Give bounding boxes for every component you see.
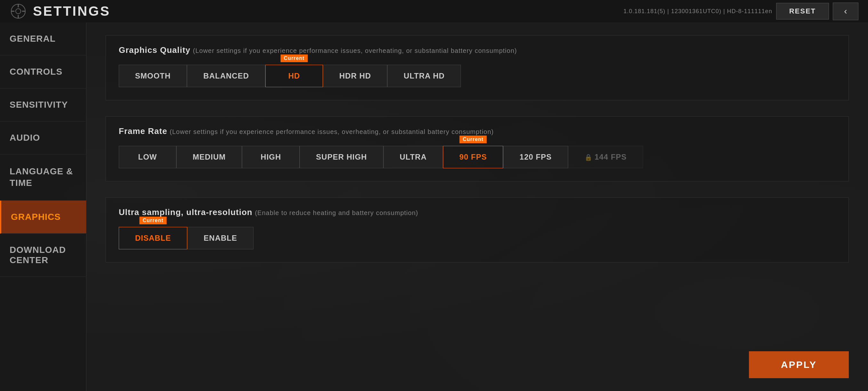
ultra-sampling-current-badge: Current [140,217,167,224]
option-wrapper-disable: Current Disable [119,227,187,249]
top-bar: Settings 1.0.181.181(5) | 123001361UTC0)… [0,0,868,22]
option-wrapper-ultra: Ultra [383,146,443,168]
reset-button[interactable]: Reset [776,3,829,20]
ultra-sampling-title: Ultra sampling, ultra-resolution (Enable… [119,207,836,217]
graphics-quality-ultra-hd[interactable]: Ultra HD [387,65,461,87]
frame-rate-ultra[interactable]: Ultra [383,146,443,168]
option-wrapper-smooth: Smooth [119,65,187,87]
graphics-quality-hdr-hd[interactable]: HDR HD [323,65,387,87]
frame-rate-options: Low Medium High Super High Ultra Current… [119,146,836,168]
sidebar-item-graphics[interactable]: Graphics [0,201,86,234]
ultra-sampling-section: Ultra sampling, ultra-resolution (Enable… [105,197,849,262]
option-wrapper-hdr-hd: HDR HD [323,65,387,87]
option-wrapper-enable: Enable [187,227,253,249]
option-wrapper-hd: Current HD [265,65,323,87]
frame-rate-144fps[interactable]: 🔒144 FPS [568,146,643,168]
frame-rate-current-badge: Current [460,136,487,143]
option-wrapper-balanced: Balanced [187,65,265,87]
settings-icon [9,3,27,20]
top-buttons: 1.0.181.181(5) | 123001361UTC0) | HD-8-1… [623,3,859,20]
graphics-quality-section: Graphics Quality (Lower settings if you … [105,35,849,100]
graphics-quality-hd[interactable]: HD [265,65,323,87]
apply-button[interactable]: Apply [749,351,849,378]
graphics-quality-title: Graphics Quality (Lower settings if you … [119,45,836,55]
frame-rate-high[interactable]: High [242,146,300,168]
graphics-quality-current-badge: Current [281,55,308,62]
graphics-quality-smooth[interactable]: Smooth [119,65,187,87]
option-wrapper-90fps: Current 90 FPS [443,146,503,168]
option-wrapper-120fps: 120 FPS [503,146,568,168]
option-wrapper-low: Low [119,146,176,168]
sidebar-item-controls[interactable]: Controls [0,55,86,88]
sidebar-item-sensitivity[interactable]: Sensitivity [0,88,86,121]
sidebar: General Controls Sensitivity Audio Langu… [0,22,86,391]
back-button[interactable]: ‹ [833,3,859,20]
ultra-sampling-enable[interactable]: Enable [187,227,253,249]
frame-rate-super-high[interactable]: Super High [300,146,383,168]
graphics-quality-balanced[interactable]: Balanced [187,65,265,87]
version-text: 1.0.181.181(5) | 123001361UTC0) | HD-8-1… [623,8,772,15]
option-wrapper-medium: Medium [176,146,242,168]
lock-icon: 🔒 [584,154,593,161]
ultra-sampling-options: Current Disable Enable [119,227,836,249]
main-content: Graphics Quality (Lower settings if you … [86,22,868,391]
option-wrapper-high: High [242,146,300,168]
frame-rate-section: Frame Rate (Lower settings if you experi… [105,116,849,181]
frame-rate-title: Frame Rate (Lower settings if you experi… [119,126,836,136]
title-area: Settings [9,3,111,20]
frame-rate-90fps[interactable]: 90 FPS [443,146,503,168]
sidebar-item-download-center[interactable]: Download Center [0,234,86,277]
sidebar-item-language-time[interactable]: Language &Time [0,155,86,201]
frame-rate-low[interactable]: Low [119,146,176,168]
svg-point-1 [16,9,21,14]
app-title: Settings [33,3,111,19]
option-wrapper-144fps: 🔒144 FPS [568,146,643,168]
sidebar-item-general[interactable]: General [0,22,86,55]
frame-rate-120fps[interactable]: 120 FPS [503,146,568,168]
graphics-quality-options: Smooth Balanced Current HD HDR HD Ultra … [119,65,836,87]
ultra-sampling-disable[interactable]: Disable [119,227,187,249]
option-wrapper-ultra-hd: Ultra HD [387,65,461,87]
sidebar-item-audio[interactable]: Audio [0,121,86,155]
option-wrapper-super-high: Super High [300,146,383,168]
frame-rate-medium[interactable]: Medium [176,146,242,168]
